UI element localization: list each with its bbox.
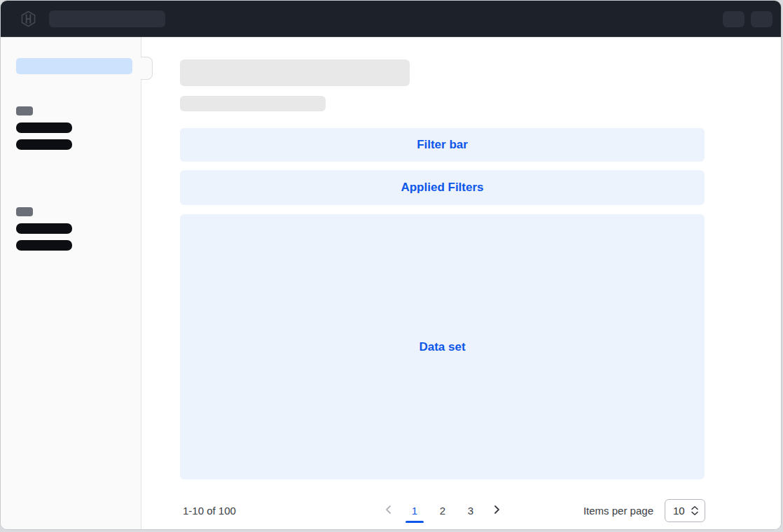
items-per-page-value: 10 bbox=[673, 505, 685, 517]
items-per-page-select[interactable]: 10 bbox=[665, 499, 705, 522]
filter-bar-label: Filter bar bbox=[417, 138, 468, 152]
sidebar-link-placeholder[interactable] bbox=[16, 139, 72, 150]
applied-filters-label: Applied Filters bbox=[401, 181, 483, 195]
pagination: 1-10 of 100 1 2 3 Items per page bbox=[180, 495, 705, 526]
applied-filters-section: Applied Filters bbox=[180, 170, 705, 205]
nav-search-placeholder bbox=[49, 10, 165, 27]
nav-action-placeholder-2 bbox=[751, 11, 772, 27]
next-page-button[interactable] bbox=[488, 498, 505, 523]
chevron-left-icon bbox=[383, 504, 394, 517]
sidebar-link-placeholder[interactable] bbox=[16, 223, 72, 234]
page-button-3[interactable]: 3 bbox=[460, 496, 481, 524]
filter-bar-section: Filter bar bbox=[180, 128, 705, 162]
sidebar-link-placeholder[interactable] bbox=[16, 122, 72, 133]
hashicorp-logo-icon[interactable] bbox=[20, 10, 37, 27]
caret-sort-icon bbox=[691, 505, 699, 516]
sidebar-section-title-placeholder bbox=[16, 207, 33, 216]
data-set-label: Data set bbox=[419, 340, 465, 354]
sidebar bbox=[1, 37, 141, 529]
chevron-right-icon bbox=[491, 504, 502, 517]
top-nav bbox=[1, 1, 781, 37]
app-window: Filter bar Applied Filters Data set 1-10… bbox=[0, 0, 782, 530]
items-per-page: Items per page 10 bbox=[583, 499, 705, 522]
pager: 1 2 3 bbox=[380, 495, 505, 526]
page-button-2[interactable]: 2 bbox=[432, 496, 453, 524]
nav-action-placeholder-1 bbox=[723, 11, 744, 27]
prev-page-button[interactable] bbox=[380, 498, 397, 523]
page-title-placeholder bbox=[180, 59, 410, 86]
page-button-1[interactable]: 1 bbox=[404, 496, 425, 524]
items-per-page-label: Items per page bbox=[583, 505, 653, 517]
sidebar-section-title-placeholder bbox=[16, 106, 33, 115]
sidebar-collapse-toggle[interactable] bbox=[141, 57, 153, 80]
data-set-section: Data set bbox=[180, 214, 705, 479]
page-subtitle-placeholder bbox=[180, 96, 326, 111]
main-content: Filter bar Applied Filters Data set 1-10… bbox=[142, 37, 781, 529]
sidebar-active-item-placeholder[interactable] bbox=[16, 58, 132, 74]
sidebar-link-placeholder[interactable] bbox=[16, 240, 72, 251]
pagination-range-text: 1-10 of 100 bbox=[183, 505, 236, 517]
